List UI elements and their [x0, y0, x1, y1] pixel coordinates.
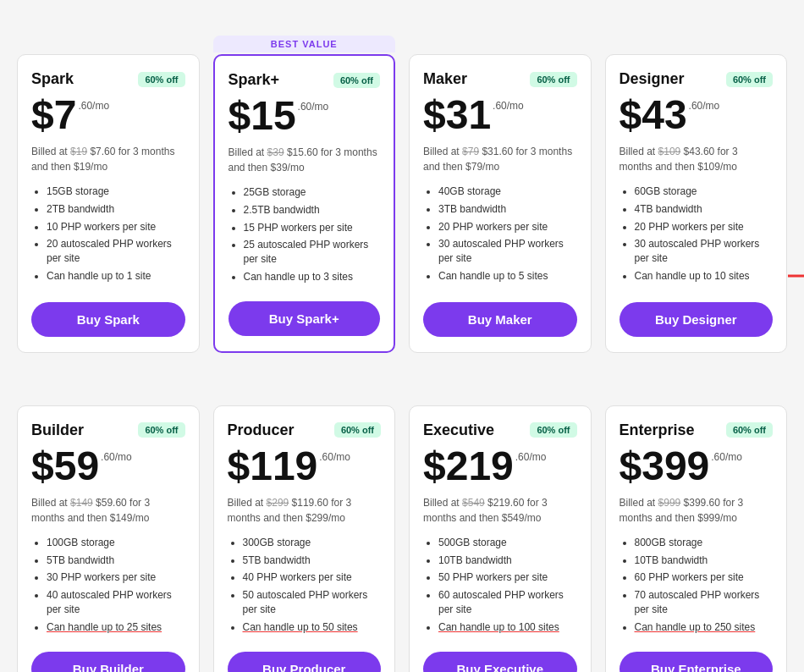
buy-button-maker[interactable]: Buy Maker — [423, 302, 577, 337]
feature-item: 30 autoscaled PHP workers per site — [438, 237, 577, 266]
feature-item: 60 autoscaled PHP workers per site — [438, 588, 577, 617]
discount-badge: 60% off — [138, 72, 184, 87]
card-header: Enterprise60% off — [620, 421, 774, 439]
card-header: Spark60% off — [31, 70, 185, 88]
billing-note: Billed at $39 $15.60 for 3 months and th… — [229, 145, 381, 175]
feature-item: 50 autoscaled PHP workers per site — [243, 588, 382, 617]
feature-item: 15 PHP workers per site — [244, 221, 381, 235]
plan-card-designer: Designer60% off$43.60/moBilled at $109 $… — [605, 54, 788, 353]
price-row: $119.60/mo — [228, 446, 382, 487]
price-row: $399.60/mo — [620, 446, 774, 487]
buy-button-spark-plus[interactable]: Buy Spark+ — [229, 301, 381, 336]
card-header: Executive60% off — [423, 421, 577, 439]
feature-item: Can handle up to 25 sites — [47, 620, 185, 635]
price-period: .60/mo — [689, 100, 720, 112]
card-header: Maker60% off — [423, 70, 577, 88]
plan-name: Spark — [31, 70, 74, 88]
feature-item: 500GB storage — [438, 536, 577, 550]
buy-button-enterprise[interactable]: Buy Enterprise — [620, 652, 774, 672]
price-period: .60/mo — [515, 451, 547, 463]
feature-item: Can handle up to 100 sites — [438, 620, 577, 635]
plan-name: Producer — [228, 421, 295, 439]
feature-item: 60GB storage — [635, 185, 774, 199]
feature-item: 5TB bandwidth — [243, 554, 382, 568]
feature-item: 25 autoscaled PHP workers per site — [244, 238, 381, 267]
price-amount: $31 — [423, 95, 491, 135]
plan-card-maker: Maker60% off$31.60/moBilled at $79 $31.6… — [409, 54, 592, 353]
discount-badge: 60% off — [138, 422, 184, 438]
feature-item: 100GB storage — [47, 536, 185, 550]
billing-note: Billed at $549 $219.60 for 3 months and … — [423, 495, 577, 526]
buy-button-builder[interactable]: Buy Builder — [31, 652, 185, 672]
pricing-grid: Spark60% off$7.60/moBilled at $19 $7.60 … — [17, 17, 787, 672]
card-header: Producer60% off — [228, 421, 382, 439]
plan-card-producer: Producer60% off$119.60/moBilled at $299 … — [213, 405, 396, 672]
feature-item: Can handle up to 250 sites — [635, 620, 774, 635]
plan-card-executive: Executive60% off$219.60/moBilled at $549… — [409, 405, 592, 672]
billing-note: Billed at $999 $399.60 for 3 months and … — [620, 495, 774, 526]
price-amount: $399 — [620, 446, 710, 487]
feature-item: 30 PHP workers per site — [47, 570, 185, 585]
feature-item: 30 autoscaled PHP workers per site — [635, 237, 774, 266]
plan-name: Executive — [423, 421, 494, 439]
discount-badge: 60% off — [334, 422, 381, 438]
feature-item: 40 autoscaled PHP workers per site — [47, 588, 185, 617]
feature-item: 2.5TB bandwidth — [244, 203, 381, 218]
discount-badge: 60% off — [726, 422, 773, 438]
plan-name: Maker — [423, 70, 467, 88]
feature-item: Can handle up to 3 sites — [244, 270, 381, 284]
feature-item: Can handle up to 50 sites — [243, 620, 382, 635]
discount-badge: 60% off — [530, 422, 576, 438]
plan-card-spark-plus: BEST VALUESpark+60% off$15.60/moBilled a… — [213, 54, 396, 353]
price-period: .60/mo — [298, 101, 329, 113]
price-amount: $7 — [31, 95, 76, 135]
arrow-indicator — [788, 267, 804, 289]
price-amount: $43 — [620, 95, 687, 135]
feature-item: 300GB storage — [243, 536, 382, 550]
discount-badge: 60% off — [530, 72, 576, 87]
buy-button-designer[interactable]: Buy Designer — [620, 302, 774, 337]
billing-note: Billed at $299 $119.60 for 3 months and … — [228, 495, 382, 526]
feature-item: 15GB storage — [47, 185, 185, 199]
plan-name: Designer — [620, 70, 685, 88]
feature-item: 25GB storage — [244, 185, 381, 200]
top-spacer — [17, 17, 787, 41]
feature-list: 100GB storage5TB bandwidth30 PHP workers… — [31, 536, 185, 638]
feature-list: 500GB storage10TB bandwidth50 PHP worker… — [423, 536, 577, 638]
feature-item: 10TB bandwidth — [438, 554, 577, 568]
feature-item: 4TB bandwidth — [635, 202, 774, 217]
billing-note: Billed at $79 $31.60 for 3 months and th… — [423, 144, 577, 174]
feature-list: 25GB storage2.5TB bandwidth15 PHP worker… — [229, 185, 381, 288]
price-amount: $119 — [228, 446, 318, 487]
feature-item: Can handle up to 1 site — [47, 269, 185, 284]
plan-name: Enterprise — [620, 421, 695, 439]
price-period: .60/mo — [493, 100, 524, 112]
plan-card-builder: Builder60% off$59.60/moBilled at $149 $5… — [17, 405, 200, 672]
price-amount: $15 — [229, 96, 296, 136]
billing-note: Billed at $149 $59.60 for 3 months and t… — [31, 495, 185, 526]
price-row: $43.60/mo — [620, 95, 774, 135]
plan-card-spark: Spark60% off$7.60/moBilled at $19 $7.60 … — [17, 54, 200, 353]
feature-list: 15GB storage2TB bandwidth10 PHP workers … — [31, 185, 185, 289]
price-period: .60/mo — [711, 451, 742, 463]
buy-button-executive[interactable]: Buy Executive — [423, 652, 577, 672]
feature-item: 60 PHP workers per site — [635, 570, 774, 585]
feature-list: 60GB storage4TB bandwidth20 PHP workers … — [620, 185, 774, 289]
buy-button-spark[interactable]: Buy Spark — [31, 302, 185, 337]
best-value-banner: BEST VALUE — [213, 36, 396, 52]
feature-item: 40 PHP workers per site — [243, 570, 382, 585]
feature-list: 40GB storage3TB bandwidth20 PHP workers … — [423, 185, 577, 289]
feature-item: 70 autoscaled PHP workers per site — [635, 588, 774, 617]
buy-button-producer[interactable]: Buy Producer — [228, 652, 382, 672]
feature-item: Can handle up to 5 sites — [438, 269, 577, 284]
price-row: $7.60/mo — [31, 95, 185, 135]
price-period: .60/mo — [101, 451, 132, 463]
price-amount: $219 — [423, 446, 514, 487]
price-row: $15.60/mo — [229, 96, 381, 136]
card-header: Spark+60% off — [229, 71, 381, 89]
feature-item: Can handle up to 10 sites — [635, 269, 774, 284]
plan-name: Spark+ — [229, 71, 280, 89]
price-period: .60/mo — [78, 100, 109, 112]
feature-list: 800GB storage10TB bandwidth60 PHP worker… — [620, 536, 774, 638]
row-spacer — [17, 366, 787, 392]
